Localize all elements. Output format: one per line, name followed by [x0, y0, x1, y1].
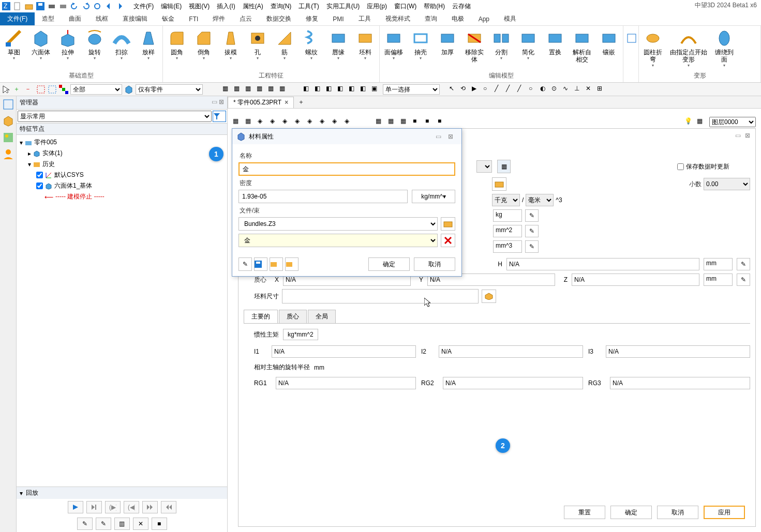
view-icon[interactable]: ▦ [388, 117, 397, 127]
length-unit-select[interactable]: 毫米 [526, 194, 554, 206]
toolbar-icon[interactable]: ◧ [349, 85, 358, 94]
select-rect2-icon[interactable] [48, 85, 57, 94]
ribbon-btn-box[interactable]: 六面体▾ [29, 27, 53, 60]
layer-icon[interactable]: ▦ [697, 117, 706, 127]
edit-centroid-button[interactable]: ✎ [737, 273, 750, 286]
menu-util[interactable]: 实用工具(U) [323, 1, 363, 12]
ribbon-btn-extrude[interactable]: 拉伸▾ [56, 27, 80, 60]
toolbar-icon[interactable]: ◧ [360, 85, 369, 94]
ribbon-btn-replace[interactable]: 置换 [543, 27, 567, 56]
stock-input[interactable] [282, 289, 479, 303]
toolbar-icon[interactable]: ◧ [326, 85, 335, 94]
edit-kg-button[interactable]: ✎ [525, 209, 539, 222]
menu-app[interactable]: 应用(p) [364, 1, 390, 12]
tree-entity[interactable]: ▸ 实体(1) [20, 148, 224, 159]
ribbon-tab-sheet[interactable]: 钣金 [155, 12, 182, 25]
view-icon[interactable]: ▦ [376, 117, 385, 127]
open-material-button[interactable] [270, 257, 283, 271]
fullredo-icon[interactable] [93, 2, 101, 10]
src-select[interactable] [476, 160, 492, 173]
open-material2-button[interactable] [285, 257, 299, 271]
ribbon-btn-sweep[interactable]: 扫掠▾ [110, 27, 133, 60]
toolbar-icon[interactable]: ◧ [303, 85, 312, 94]
rg2-input[interactable] [443, 377, 583, 389]
material-select[interactable]: 金 [238, 234, 438, 247]
manager-filter-select[interactable]: 显示常用 [18, 111, 212, 122]
side-tab-img[interactable] [2, 131, 14, 144]
view-icon[interactable]: ▦ [233, 117, 242, 127]
document-tab[interactable]: * 零件005.Z3PRT × [228, 97, 294, 108]
nav-icon[interactable]: ▶ [472, 85, 481, 94]
side-tab-user[interactable] [2, 148, 14, 160]
ribbon-btn-draft[interactable]: 拔模▾ [219, 27, 243, 60]
sheet-button[interactable]: ▥ [114, 518, 130, 530]
ribbon-tab-app[interactable]: App [471, 13, 497, 25]
print2-icon[interactable] [59, 2, 67, 10]
view-icon[interactable]: ◈ [295, 117, 304, 127]
view-icon[interactable]: ■ [438, 117, 447, 127]
menu-edit[interactable]: 编辑(E) [158, 1, 185, 12]
ribbon-btn-sketch[interactable]: 草图▾ [2, 27, 26, 60]
nav-icon[interactable]: ✕ [586, 85, 595, 94]
menu-query[interactable]: 查询(N) [267, 1, 295, 12]
forward-icon[interactable] [116, 2, 124, 10]
nav-icon[interactable]: ⊙ [551, 85, 561, 94]
view-icon[interactable]: ▦ [400, 117, 410, 127]
add-tab-icon[interactable]: ＋ [294, 98, 308, 107]
toolbar-icon[interactable]: ◧ [337, 85, 347, 94]
tree-box-check[interactable] [36, 183, 43, 189]
ribbon-btn-self-intersect[interactable]: 解析自相交 [570, 27, 594, 63]
toolbar-icon[interactable]: ◧ [315, 85, 324, 94]
ribbon-btn-simplify[interactable]: 简化▾ [516, 27, 540, 60]
toolbar-icon[interactable]: ▦ [268, 85, 277, 94]
ribbon-btn-point-deform[interactable]: 由指定点开始变形▾ [668, 27, 709, 68]
stock-box-button[interactable] [482, 290, 496, 303]
menu-insert[interactable]: 插入(I) [214, 1, 238, 12]
ribbon-tab-cloud[interactable]: 点云 [232, 12, 259, 25]
nav-icon[interactable]: ∿ [563, 85, 572, 94]
redo-icon[interactable] [82, 2, 90, 10]
menu-view[interactable]: 视图(V) [186, 1, 213, 12]
ribbon-btn-chamfer[interactable]: 倒角▾ [192, 27, 216, 60]
nav-icon[interactable]: ╱ [517, 85, 527, 94]
toolbar-icon[interactable]: ▦ [245, 85, 255, 94]
tab-centroid[interactable]: 质心 [279, 310, 307, 323]
density-unit-select[interactable]: kg/mm^ ▾ [412, 190, 455, 203]
plus-icon[interactable]: ＋ [13, 85, 23, 94]
ribbon-btn-thread[interactable]: 螺纹▾ [300, 27, 323, 60]
reset-button[interactable]: 重置 [564, 506, 605, 519]
feature-tree[interactable]: ▾ 零件005 ▸ 实体(1) ▾ 历史 默认CSYS 六面体1_基体 ⟵ --… [17, 135, 227, 487]
ribbon-tab-direct[interactable]: 直接编辑 [115, 12, 155, 25]
ribbon-tab-file[interactable]: 文件(F) [0, 12, 35, 25]
view-icon[interactable]: ◈ [307, 117, 317, 127]
browse-folder-button[interactable] [441, 217, 455, 231]
nav-icon[interactable]: ╱ [495, 85, 504, 94]
ribbon-btn-rotate[interactable]: 旋转▾ [83, 27, 107, 60]
calc-button[interactable]: ▦ [497, 160, 511, 173]
mass-unit-select[interactable]: 千克 [492, 194, 520, 206]
tree-csys[interactable]: 默认CSYS [20, 170, 224, 180]
ribbon-tab-query[interactable]: 查询 [417, 12, 444, 25]
i1-input[interactable] [272, 345, 416, 358]
panel-ok-button[interactable]: 确定 [610, 506, 652, 519]
menu-tools[interactable]: 工具(T) [295, 1, 322, 12]
filter-parts-select[interactable]: 仅有零件 [136, 84, 203, 95]
restore-icon[interactable]: ▭ [212, 98, 217, 105]
ribbon-tab-tools[interactable]: 工具 [351, 12, 378, 25]
dialog-ok-button[interactable]: 确定 [368, 257, 410, 271]
nav-icon[interactable]: ○ [529, 85, 538, 94]
ribbon-btn-rib[interactable]: 筋▾ [273, 27, 296, 60]
ribbon-btn-cyl-bend[interactable]: 圆柱折弯▾ [641, 27, 665, 68]
nav-icon[interactable]: ⟲ [460, 85, 470, 94]
cursor-icon[interactable] [2, 85, 11, 94]
view-icon[interactable]: ◈ [332, 117, 341, 127]
rg1-input[interactable] [276, 377, 416, 389]
select-rect-icon[interactable] [36, 85, 46, 94]
ribbon-btn-lip[interactable]: 唇缘▾ [326, 27, 350, 60]
back-icon[interactable] [105, 2, 113, 10]
playback-title[interactable]: ▾ 回放 [17, 487, 227, 499]
ribbon-btn-anchor[interactable] [625, 27, 638, 48]
menu-help[interactable]: 帮助(H) [421, 1, 448, 12]
dialog-cancel-button[interactable]: 取消 [414, 257, 455, 271]
ribbon-btn-wrap[interactable]: 缠绕到面▾ [712, 27, 736, 68]
